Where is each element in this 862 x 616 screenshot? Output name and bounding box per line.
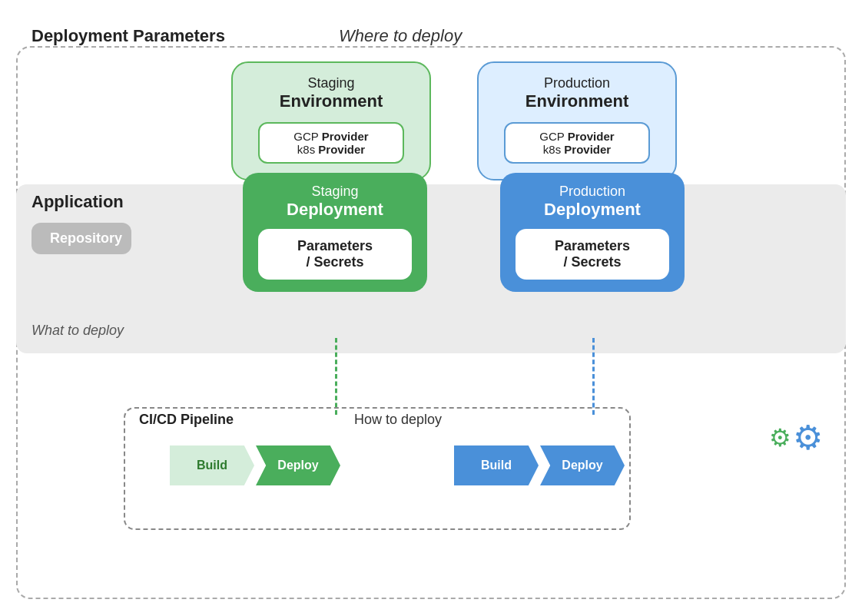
what-to-deploy-label: What to deploy <box>31 323 124 339</box>
staging-pipeline-arrows: Build Deploy <box>170 445 340 485</box>
staging-build-arrow: Build <box>170 445 254 485</box>
where-to-deploy-label: Where to deploy <box>339 26 462 46</box>
staging-deploy-arrow: Deploy <box>256 445 340 485</box>
prod-deploy-title: Production Deployment <box>544 184 641 220</box>
deployment-params-label: Deployment Parameters <box>31 26 225 46</box>
staging-params-text: Parameters/ Secrets <box>274 238 396 270</box>
gears-container: ⚙ ⚙ <box>769 421 823 455</box>
repository-box: Repository <box>31 223 131 254</box>
how-to-deploy-label: How to deploy <box>354 412 442 428</box>
cicd-pipeline-label: CI/CD Pipeline <box>139 412 234 428</box>
gear-blue-icon: ⚙ <box>793 421 823 455</box>
production-pipeline-arrows: Build Deploy <box>454 445 625 485</box>
prod-env-title: Production Environment <box>525 75 628 111</box>
prod-build-arrow: Build <box>454 445 539 485</box>
gear-green-icon: ⚙ <box>769 426 791 450</box>
prod-gcp-provider: GCP Provider <box>518 130 636 143</box>
dashed-line-blue <box>592 338 595 415</box>
application-section: Application Repository <box>31 192 201 254</box>
staging-k8s-provider: k8s Provider <box>272 143 390 156</box>
staging-deployment-box: Staging Deployment Parameters/ Secrets <box>243 173 427 292</box>
prod-provider-box: GCP Provider k8s Provider <box>504 122 650 164</box>
application-title: Application <box>31 192 201 212</box>
staging-deploy-title: Staging Deployment <box>287 184 383 220</box>
prod-deploy-arrow: Deploy <box>540 445 625 485</box>
staging-env-title: Staging Environment <box>280 75 383 111</box>
production-deployment-box: Production Deployment Parameters/ Secret… <box>500 173 685 292</box>
prod-params-box: Parameters/ Secrets <box>516 229 669 280</box>
environments-row: Staging Environment GCP Provider k8s Pro… <box>231 61 831 180</box>
staging-params-box: Parameters/ Secrets <box>258 229 412 280</box>
prod-k8s-provider: k8s Provider <box>518 143 636 156</box>
staging-provider-box: GCP Provider k8s Provider <box>258 122 404 164</box>
staging-environment-box: Staging Environment GCP Provider k8s Pro… <box>231 61 431 180</box>
production-environment-box: Production Environment GCP Provider k8s … <box>477 61 677 180</box>
staging-gcp-provider: GCP Provider <box>272 130 390 143</box>
prod-params-text: Parameters/ Secrets <box>531 238 654 270</box>
main-diagram: Deployment Parameters Where to deploy St… <box>16 15 846 599</box>
dashed-line-green <box>335 338 337 415</box>
